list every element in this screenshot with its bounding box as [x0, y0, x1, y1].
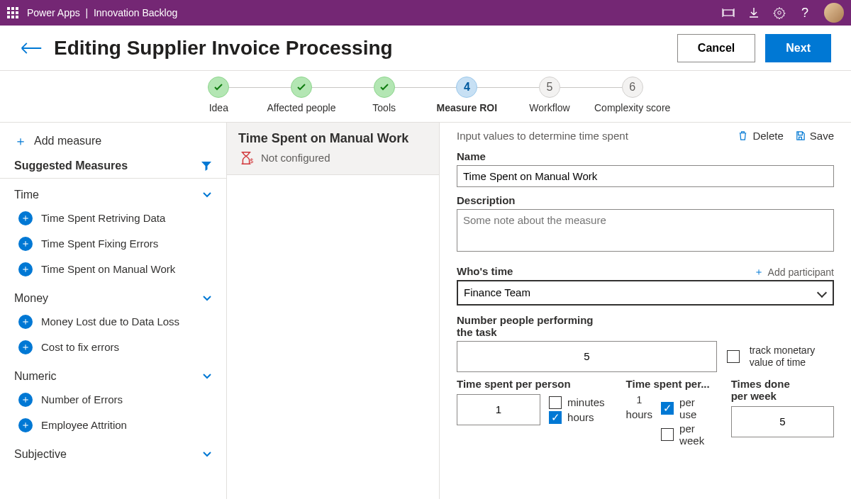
svg-point-1 — [778, 11, 782, 15]
user-avatar[interactable] — [824, 3, 844, 23]
add-circle-icon: ＋ — [18, 237, 33, 251]
measure-time-fixing[interactable]: ＋Time Spent Fixing Errors — [0, 231, 226, 257]
add-circle-icon: ＋ — [18, 315, 33, 329]
add-circle-icon: ＋ — [18, 393, 33, 407]
settings-icon[interactable] — [773, 6, 786, 19]
add-circle-icon: ＋ — [18, 262, 33, 276]
description-input[interactable] — [457, 209, 834, 252]
cancel-button[interactable]: Cancel — [677, 34, 755, 62]
track-monetary-checkbox[interactable] — [727, 350, 740, 363]
minutes-checkbox[interactable] — [549, 396, 562, 409]
num-people-input[interactable] — [457, 341, 717, 372]
measure-num-errors[interactable]: ＋Number of Errors — [0, 387, 226, 413]
form-hint: Input values to determine time spent — [457, 130, 628, 142]
whos-time-label: Who's time — [457, 265, 513, 277]
page-header: Editing Supplier Invoice Processing Canc… — [0, 26, 851, 71]
measure-card-status: Not configured — [261, 152, 330, 164]
group-numeric[interactable]: Numeric — [0, 360, 226, 387]
app-bar: Power Apps | Innovation Backlog ? — [0, 0, 851, 26]
group-subjective[interactable]: Subjective — [0, 438, 226, 465]
measure-time-manual[interactable]: ＋Time Spent on Manual Work — [0, 257, 226, 282]
delete-button[interactable]: Delete — [738, 130, 783, 142]
page-title: Editing Supplier Invoice Processing — [54, 37, 393, 60]
name-label: Name — [457, 150, 834, 162]
time-per-person-label: Time spent per person — [457, 378, 605, 390]
num-people-label: Number people performing the task — [457, 314, 599, 338]
plus-icon: ＋ — [754, 266, 764, 279]
hours-checkbox[interactable]: ✓ — [549, 411, 562, 424]
chevron-down-icon — [202, 371, 212, 381]
help-icon[interactable]: ? — [799, 6, 811, 19]
add-circle-icon: ＋ — [18, 340, 33, 354]
add-circle-icon: ＋ — [18, 418, 33, 432]
fit-page-icon[interactable] — [722, 6, 735, 19]
step-complexity-score[interactable]: 6 Complexity score — [591, 77, 674, 115]
step-workflow[interactable]: 5 Workflow — [508, 77, 591, 115]
measure-form: Input values to determine time spent Del… — [440, 123, 851, 499]
group-time[interactable]: Time — [0, 179, 226, 206]
save-button[interactable]: Save — [795, 130, 834, 142]
trash-icon — [738, 130, 748, 141]
chevron-down-icon — [202, 293, 212, 303]
per-week-checkbox[interactable] — [661, 428, 674, 441]
save-icon — [795, 130, 806, 141]
step-idea[interactable]: Idea — [177, 77, 260, 115]
time-spent-per-unit: hours — [626, 408, 653, 420]
step-tools[interactable]: Tools — [343, 77, 425, 115]
measures-sidebar: ＋ Add measure Suggested Measures Time ＋T… — [0, 123, 227, 499]
measure-card-manual-work[interactable]: Time Spent on Manual Work $ Not configur… — [227, 123, 439, 175]
next-button[interactable]: Next — [765, 34, 831, 62]
times-done-label: Times done per week — [731, 378, 802, 402]
chevron-down-icon — [202, 190, 212, 200]
time-spent-per-value: 1 — [626, 394, 653, 405]
name-input[interactable] — [457, 165, 834, 187]
step-measure-roi[interactable]: 4 Measure ROI — [425, 77, 508, 115]
app-launcher-icon[interactable] — [7, 7, 18, 18]
plus-icon: ＋ — [14, 133, 27, 150]
add-circle-icon: ＋ — [18, 211, 33, 225]
measure-cost-fix[interactable]: ＋Cost to fix errors — [0, 335, 226, 360]
add-participant-button[interactable]: ＋ Add participant — [754, 266, 834, 279]
step-affected-people[interactable]: Affected people — [260, 77, 343, 115]
measure-money-lost[interactable]: ＋Money Lost due to Data Loss — [0, 309, 226, 335]
description-label: Description — [457, 194, 834, 206]
per-use-checkbox[interactable]: ✓ — [661, 402, 674, 415]
selected-measures-panel: Time Spent on Manual Work $ Not configur… — [227, 123, 440, 499]
times-done-input[interactable] — [731, 406, 834, 437]
measure-time-retrieving[interactable]: ＋Time Spent Retriving Data — [0, 206, 226, 231]
group-money[interactable]: Money — [0, 282, 226, 309]
measure-card-title: Time Spent on Manual Work — [238, 131, 428, 146]
app-title: Power Apps | Innovation Backlog — [27, 7, 177, 18]
svg-text:$: $ — [250, 158, 254, 164]
measure-employee-attrition[interactable]: ＋Employee Attrition — [0, 413, 226, 438]
time-spent-per-label: Time spent per... — [626, 378, 710, 390]
filter-icon[interactable] — [201, 160, 212, 172]
download-icon[interactable] — [747, 6, 760, 19]
stepper: Idea Affected people Tools 4 Measure ROI… — [0, 71, 851, 123]
back-arrow-icon[interactable] — [20, 37, 43, 60]
add-measure-button[interactable]: ＋ Add measure — [0, 130, 226, 157]
chevron-down-icon — [202, 449, 212, 459]
time-per-person-input[interactable] — [457, 394, 540, 425]
track-monetary-label: track monetary value of time — [750, 345, 834, 369]
hourglass-dollar-icon: $ — [238, 150, 254, 166]
suggested-measures-heading: Suggested Measures — [14, 159, 128, 172]
svg-rect-0 — [723, 10, 733, 16]
whos-time-select[interactable]: Finance Team — [457, 280, 834, 306]
